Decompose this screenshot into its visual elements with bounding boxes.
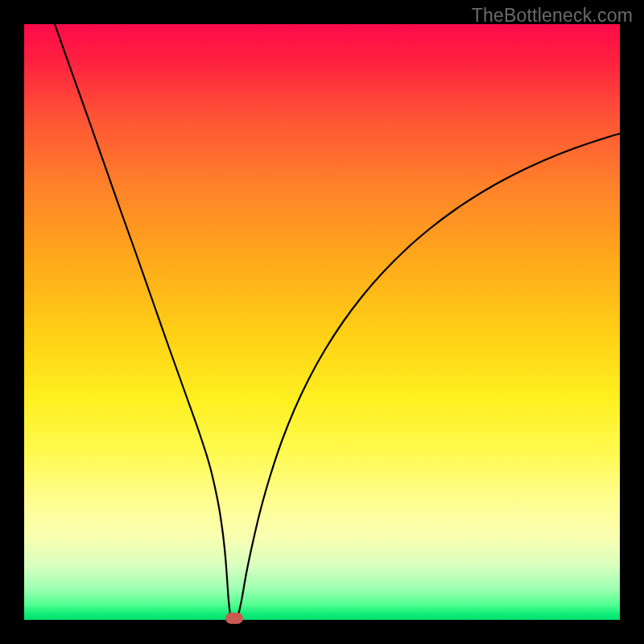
curve-right-branch <box>237 134 620 618</box>
curve-left-branch <box>55 24 231 618</box>
chart-plot <box>24 24 620 620</box>
watermark-text: TheBottleneck.com <box>472 5 633 27</box>
minimum-marker <box>225 613 243 624</box>
